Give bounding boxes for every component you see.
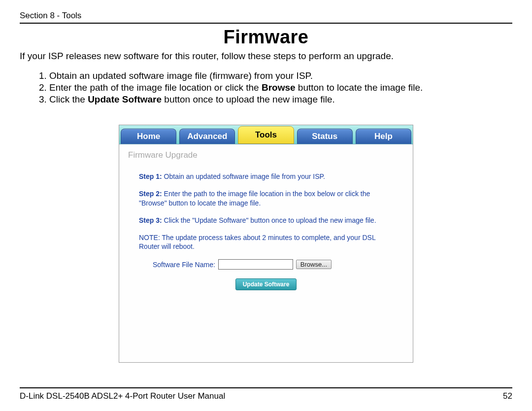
step-text: Click the "Update Software" button once … [162,216,376,224]
browse-button[interactable]: Browse... [296,260,332,269]
text: Click the [49,94,88,104]
file-name-input[interactable] [218,259,293,270]
text: Enter the path of the image file locatio… [49,82,262,93]
page-title: Firmware [20,27,512,48]
tab-bar: Home Advanced Tools Status Help [119,125,413,144]
panel-step2: Step 2: Enter the path to the image file… [139,189,393,208]
step-label: Step 2: [139,190,162,198]
tab-home[interactable]: Home [121,129,176,144]
step-label: Step 3: [139,216,162,224]
footer-rule [20,387,512,388]
step-label: Step 1: [139,172,162,180]
instruction-item: Click the Update Software button once to… [49,94,512,105]
tab-tools[interactable]: Tools [238,126,294,144]
instruction-item: Obtain an updated software image file (f… [49,70,512,81]
file-label: Software File Name: [153,261,215,269]
panel-step3: Step 3: Click the "Update Software" butt… [139,216,393,225]
text: button to locate the image file. [296,82,423,93]
update-software-bold: Update Software [88,94,162,104]
panel: Firmware Upgrade Step 1: Obtain an updat… [119,144,413,362]
panel-step1: Step 1: Obtain an updated software image… [139,172,393,181]
page-footer: D-Link DSL-2540B ADSL2+ 4-Port Router Us… [20,387,512,401]
update-software-button[interactable]: Update Software [235,278,297,290]
top-rule [20,23,512,24]
instruction-item: Enter the path of the image file locatio… [49,82,512,93]
file-row: Software File Name: Browse... [153,259,404,270]
tab-help[interactable]: Help [356,129,411,144]
panel-note: NOTE: The update process takes about 2 m… [139,233,393,252]
instruction-list: Obtain an updated software image file (f… [49,70,512,105]
text: button once to upload the new image file… [162,94,335,104]
step-text: Enter the path to the image file locatio… [139,190,370,207]
footer-page-number: 52 [503,391,512,401]
router-screenshot: Home Advanced Tools Status Help Firmware… [119,125,413,363]
tab-status[interactable]: Status [297,129,353,144]
browse-bold: Browse [262,82,296,93]
tab-advanced[interactable]: Advanced [179,129,235,144]
panel-title: Firmware Upgrade [128,150,404,160]
section-header: Section 8 - Tools [20,11,512,21]
intro-text: If your ISP releases new software for th… [20,51,512,62]
step-text: Obtain an updated software image file fr… [162,172,325,180]
footer-left: D-Link DSL-2540B ADSL2+ 4-Port Router Us… [20,391,225,401]
